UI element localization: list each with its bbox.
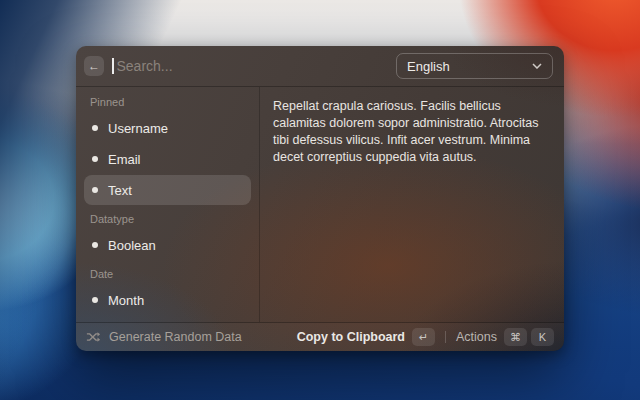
- search-input[interactable]: Search...: [117, 58, 173, 74]
- text-caret: [112, 58, 114, 74]
- shuffle-icon: [86, 331, 101, 343]
- language-dropdown-value: English: [407, 59, 450, 74]
- back-arrow-icon: ←: [88, 59, 100, 73]
- window-body: Pinned Username Email Text Datatype Bool…: [76, 87, 564, 322]
- generate-random-data-label: Generate Random Data: [109, 330, 242, 344]
- preview-text: Repellat crapula cariosus. Facilis belli…: [273, 99, 538, 164]
- search-bar: ← Search... English: [76, 46, 564, 87]
- bullet-icon: [92, 156, 98, 162]
- actions-shortcut: ⌘ K: [504, 328, 554, 346]
- actions-button[interactable]: Actions: [456, 330, 497, 344]
- section-header-date: Date: [90, 268, 251, 281]
- language-dropdown[interactable]: English: [396, 53, 553, 79]
- bullet-icon: [92, 242, 98, 248]
- preview-panel: Repellat crapula cariosus. Facilis belli…: [260, 87, 564, 322]
- action-bar: Generate Random Data Copy to Clipboard ↵…: [76, 322, 564, 351]
- command-key-icon: ⌘: [504, 328, 527, 346]
- footer-separator: [445, 331, 446, 343]
- list-item-username[interactable]: Username: [84, 113, 251, 143]
- section-header-datatype: Datatype: [90, 213, 251, 226]
- bullet-icon: [92, 187, 98, 193]
- generate-random-data-button[interactable]: Generate Random Data: [86, 330, 242, 344]
- list-item-month[interactable]: Month: [84, 285, 251, 315]
- footer-right-actions: Copy to Clipboard ↵ Actions ⌘ K: [297, 328, 554, 346]
- results-list: Pinned Username Email Text Datatype Bool…: [76, 87, 259, 322]
- list-item-text[interactable]: Text: [84, 175, 251, 205]
- k-key-icon: K: [531, 328, 554, 346]
- section-header-pinned: Pinned: [90, 96, 251, 109]
- list-item-email[interactable]: Email: [84, 144, 251, 174]
- bullet-icon: [92, 297, 98, 303]
- list-item-boolean[interactable]: Boolean: [84, 230, 251, 260]
- enter-key-icon: ↵: [412, 328, 435, 346]
- back-button[interactable]: ←: [84, 56, 104, 76]
- launcher-window: ← Search... English Pinned Username Emai…: [76, 46, 564, 351]
- copy-to-clipboard-button[interactable]: Copy to Clipboard: [297, 330, 405, 344]
- chevron-down-icon: [532, 63, 542, 69]
- bullet-icon: [92, 125, 98, 131]
